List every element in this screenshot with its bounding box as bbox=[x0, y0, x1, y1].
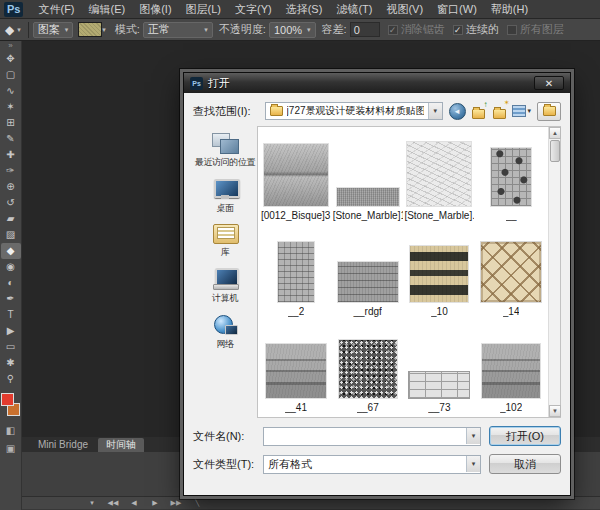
file-item[interactable]: __rdgf bbox=[332, 223, 404, 319]
photoshop-dialog-icon: Ps bbox=[190, 77, 203, 90]
tolerance-input[interactable]: 0 bbox=[350, 22, 380, 37]
menu-type[interactable]: 文字(Y) bbox=[228, 0, 279, 18]
place-desktop[interactable]: 桌面 bbox=[193, 178, 257, 215]
path-select-tool[interactable]: ▶ bbox=[1, 323, 21, 339]
scroll-down-icon[interactable]: ▼ bbox=[549, 405, 561, 417]
hand-tool[interactable]: ✱ bbox=[1, 355, 21, 371]
type-tool[interactable]: T bbox=[1, 307, 21, 323]
gradient-tool[interactable]: ▨ bbox=[1, 227, 21, 243]
divider bbox=[28, 22, 29, 38]
menu-filter[interactable]: 滤镜(T) bbox=[329, 0, 379, 18]
menu-image[interactable]: 图像(I) bbox=[132, 0, 178, 18]
file-name-combobox[interactable]: ▾ bbox=[263, 427, 481, 446]
pattern-picker-caret-icon[interactable]: ▾ bbox=[102, 26, 106, 34]
all-layers-checkbox[interactable]: 所有图层 bbox=[507, 22, 564, 37]
scroll-up-icon[interactable]: ▲ bbox=[549, 127, 561, 139]
file-item[interactable]: _102 bbox=[475, 319, 547, 415]
tool-preset-caret-icon[interactable]: ▾ bbox=[17, 26, 21, 34]
opacity-select[interactable]: 100% ▾ bbox=[269, 22, 316, 38]
file-item[interactable]: [Stone_Marble]... bbox=[404, 127, 476, 223]
pattern-swatch[interactable] bbox=[78, 22, 102, 37]
preview-toggle-button[interactable] bbox=[537, 102, 561, 121]
eyedropper-tool[interactable]: ✎ bbox=[1, 131, 21, 147]
file-item[interactable]: __67 bbox=[332, 319, 404, 415]
clone-stamp-tool[interactable]: ⊕ bbox=[1, 179, 21, 195]
tween-icon[interactable]: ╲ bbox=[189, 497, 205, 509]
shape-tool[interactable]: ▭ bbox=[1, 339, 21, 355]
file-item[interactable]: [0012_Bisque]3... bbox=[260, 127, 332, 223]
image-folder-icon bbox=[543, 106, 556, 116]
file-item[interactable]: _14 bbox=[475, 223, 547, 319]
marquee-tool[interactable]: ▢ bbox=[1, 67, 21, 83]
crop-tool[interactable]: ⊞ bbox=[1, 115, 21, 131]
place-recent[interactable]: 最近访问的位置 bbox=[193, 132, 257, 169]
file-item[interactable]: __41 bbox=[260, 319, 332, 415]
previous-frame-icon[interactable]: ◀ bbox=[126, 497, 142, 509]
blur-tool[interactable]: ◉ bbox=[1, 259, 21, 275]
screen-mode-icon[interactable]: ▣ bbox=[6, 443, 15, 455]
frame-options-icon[interactable]: ▾ bbox=[84, 497, 100, 509]
foreground-color-swatch[interactable] bbox=[1, 393, 14, 406]
file-list-scrollbar[interactable]: ▲ ▼ bbox=[548, 127, 560, 417]
file-item[interactable]: __ bbox=[475, 127, 547, 223]
menu-edit[interactable]: 编辑(E) bbox=[82, 0, 133, 18]
network-icon bbox=[212, 314, 238, 336]
first-frame-icon[interactable]: ◀◀ bbox=[105, 497, 121, 509]
healing-brush-tool[interactable]: ✚ bbox=[1, 147, 21, 163]
file-type-combobox[interactable]: 所有格式 ▾ bbox=[263, 455, 481, 474]
toolbar-collapse-icon[interactable]: » bbox=[8, 41, 12, 51]
place-libraries[interactable]: 库 bbox=[193, 224, 257, 259]
quick-mask-icon[interactable]: ◧ bbox=[6, 425, 15, 437]
eraser-tool[interactable]: ▰ bbox=[1, 211, 21, 227]
magic-wand-tool[interactable]: ✶ bbox=[1, 99, 21, 115]
place-computer[interactable]: 计算机 bbox=[193, 268, 257, 305]
new-folder-button[interactable]: ✶ bbox=[491, 104, 508, 119]
tab-timeline[interactable]: 时间轴 bbox=[98, 438, 144, 452]
up-one-level-button[interactable]: ↑ bbox=[470, 104, 487, 119]
file-thumbnail bbox=[266, 344, 326, 398]
pen-tool[interactable]: ✒ bbox=[1, 291, 21, 307]
next-frame-icon[interactable]: ▶▶ bbox=[168, 497, 184, 509]
file-item[interactable]: __2 bbox=[260, 223, 332, 319]
tab-mini-bridge[interactable]: Mini Bridge bbox=[30, 438, 96, 452]
place-label: 桌面 bbox=[216, 202, 233, 215]
photoshop-logo: Ps bbox=[4, 2, 23, 17]
chevron-down-icon[interactable]: ▾ bbox=[466, 456, 480, 472]
paint-bucket-icon[interactable]: ◆ bbox=[5, 23, 14, 37]
file-item[interactable]: _10 bbox=[404, 223, 476, 319]
file-item[interactable]: __73 bbox=[404, 319, 476, 415]
open-button[interactable]: 打开(O) bbox=[489, 426, 561, 446]
menu-select[interactable]: 选择(S) bbox=[279, 0, 330, 18]
chevron-down-icon[interactable]: ▾ bbox=[428, 103, 442, 119]
menu-view[interactable]: 视图(V) bbox=[379, 0, 430, 18]
folder-icon bbox=[270, 106, 283, 116]
file-name: __ bbox=[506, 210, 517, 221]
brush-tool[interactable]: ✑ bbox=[1, 163, 21, 179]
lasso-tool[interactable]: ∿ bbox=[1, 83, 21, 99]
paint-bucket-tool[interactable]: ◆ bbox=[1, 243, 21, 259]
back-button[interactable]: ◂ bbox=[449, 103, 466, 120]
dialog-title-bar[interactable]: Ps 打开 ✕ bbox=[184, 73, 570, 93]
menu-help[interactable]: 帮助(H) bbox=[484, 0, 535, 18]
fill-source-select[interactable]: 图案 ▾ bbox=[33, 22, 74, 38]
scrollbar-thumb[interactable] bbox=[550, 140, 560, 162]
mode-select[interactable]: 正常 ▾ bbox=[143, 22, 213, 38]
dodge-tool[interactable]: ◐ bbox=[1, 275, 21, 291]
chevron-down-icon[interactable]: ▾ bbox=[466, 428, 480, 444]
move-tool[interactable]: ✥ bbox=[1, 51, 21, 67]
zoom-tool[interactable]: ⚲ bbox=[1, 371, 21, 387]
menu-layer[interactable]: 图层(L) bbox=[179, 0, 228, 18]
play-icon[interactable]: ▶ bbox=[147, 497, 163, 509]
view-menu-button[interactable]: ▾ bbox=[512, 105, 532, 117]
close-button[interactable]: ✕ bbox=[534, 76, 564, 90]
contiguous-checkbox[interactable]: ✓ 连续的 bbox=[453, 22, 499, 37]
menu-file[interactable]: 文件(F) bbox=[31, 0, 81, 18]
file-item[interactable]: [Stone_Marble]1 bbox=[332, 127, 404, 223]
anti-alias-checkbox[interactable]: ✓ 消除锯齿 bbox=[388, 22, 445, 37]
cancel-button[interactable]: 取消 bbox=[489, 454, 561, 474]
options-bar: ◆ ▾ 图案 ▾ ▾ 模式: 正常 ▾ 不透明度: 100% ▾ 容差: 0 ✓… bbox=[0, 19, 600, 41]
history-brush-tool[interactable]: ↺ bbox=[1, 195, 21, 211]
place-network[interactable]: 网络 bbox=[193, 314, 257, 351]
look-in-combobox[interactable]: j727景观设计硬装材料材质贴图 ▾ bbox=[265, 102, 443, 120]
menu-window[interactable]: 窗口(W) bbox=[430, 0, 484, 18]
